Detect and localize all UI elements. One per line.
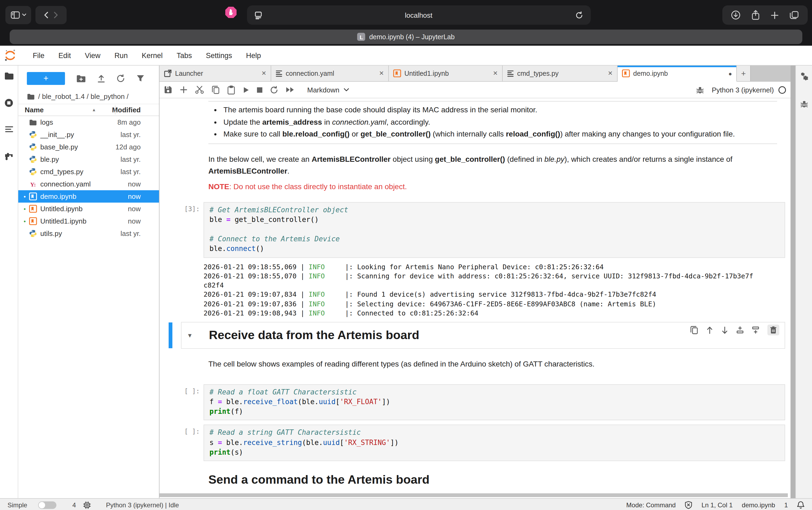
code-editor[interactable]: # Get ArtemisBLEController objectble = g… <box>204 202 785 258</box>
extensions-tab-icon[interactable] <box>4 151 13 160</box>
menu-item-edit[interactable]: Edit <box>52 51 78 59</box>
file-row-demo-ipynb[interactable]: ●demo.ipynbnow <box>18 190 159 203</box>
filter-icon[interactable] <box>137 75 145 82</box>
horizontal-scrollbar[interactable] <box>159 493 788 497</box>
file-row-cmd-types-py[interactable]: cmd_types.pylast yr. <box>18 166 159 178</box>
browser-sidebar-button[interactable] <box>5 6 31 24</box>
restart-kernel-icon[interactable] <box>270 86 278 94</box>
share-icon[interactable] <box>751 10 760 21</box>
code-cell[interactable]: [ ]: # Read a string GATT Charactersisti… <box>159 425 790 461</box>
insert-cell-above-icon[interactable] <box>736 327 744 334</box>
paste-cells-icon[interactable] <box>227 85 235 94</box>
file-row-untitled-ipynb[interactable]: ●Untitled.ipynbnow <box>18 203 159 215</box>
forward-icon[interactable] <box>54 11 58 18</box>
file-row-utils-py[interactable]: utils.pylast yr. <box>18 227 159 240</box>
close-tab-icon[interactable]: ✕ <box>603 70 613 77</box>
trust-indicator-icon[interactable] <box>685 501 692 509</box>
doc-tab-connection-yaml[interactable]: connection.yaml✕ <box>271 65 389 81</box>
doc-tab-cmd-types-py[interactable]: cmd_types.py✕ <box>503 65 618 81</box>
markdown-heading-cell[interactable]: ▼ Receive data from the Artemis board <box>181 322 785 349</box>
stop-kernel-icon[interactable] <box>257 87 263 93</box>
kernel-status-text[interactable]: Python 3 (ipykernel) | Idle <box>106 501 179 509</box>
code-editor[interactable]: # Read a string GATT Charactersistics = … <box>204 425 785 461</box>
running-kernels-tab-icon[interactable] <box>4 98 13 108</box>
kernel-session-count[interactable]: 4 <box>72 501 76 509</box>
new-tab-icon[interactable] <box>771 11 779 19</box>
kernel-switcher[interactable]: Python 3 (ipykernel) <box>712 86 786 94</box>
table-of-contents-tab-icon[interactable] <box>5 126 13 133</box>
sort-ascending-icon[interactable]: ▲ <box>92 108 96 112</box>
menu-item-run[interactable]: Run <box>108 51 135 59</box>
doc-tab-untitled1-ipynb[interactable]: Untitled1.ipynb✕ <box>389 65 503 81</box>
simple-mode-toggle[interactable] <box>38 501 56 509</box>
file-row-base-ble-py[interactable]: base_ble.py12d ago <box>18 141 159 153</box>
notebook-file-icon <box>28 205 38 213</box>
collapse-heading-icon[interactable]: ▼ <box>187 332 196 339</box>
code-editor[interactable]: # Read a float GATT Charactersisticf = b… <box>204 384 785 421</box>
menu-item-settings[interactable]: Settings <box>199 51 239 59</box>
insert-cell-below-icon[interactable] <box>752 327 759 334</box>
address-bar[interactable]: localhost <box>247 5 591 25</box>
new-doc-tab-button[interactable]: + <box>737 65 750 81</box>
kernel-sessions-icon[interactable] <box>84 501 91 509</box>
cell-type-dropdown[interactable]: Markdown <box>307 86 349 94</box>
code-cell[interactable]: [ ]: # Read a float GATT Charactersistic… <box>159 384 790 421</box>
run-cell-icon[interactable] <box>243 86 249 93</box>
column-modified[interactable]: Modified <box>112 106 159 114</box>
new-launcher-button[interactable]: + <box>27 72 65 85</box>
unsaved-dot-icon[interactable]: ● <box>715 70 732 77</box>
main-dock-panel: Launcher✕connection.yaml✕Untitled1.ipynb… <box>159 65 790 498</box>
menu-item-help[interactable]: Help <box>239 51 268 59</box>
cursor-position[interactable]: Ln 1, Col 1 <box>701 501 732 509</box>
notification-count[interactable]: 1 <box>784 501 788 509</box>
menu-item-file[interactable]: File <box>26 51 52 59</box>
simple-mode-label: Simple <box>7 501 27 509</box>
page-settings-icon[interactable] <box>254 11 262 19</box>
browser-tab[interactable]: L demo.ipynb (4) – JupyterLab <box>10 30 802 44</box>
debugger-icon[interactable] <box>696 86 704 94</box>
content-blocker-icon[interactable] <box>224 6 237 19</box>
menu-item-kernel[interactable]: Kernel <box>135 51 170 59</box>
command-mode-indicator[interactable]: Mode: Command <box>626 501 675 509</box>
notifications-bell-icon[interactable] <box>797 501 805 509</box>
file-row-ble-py[interactable]: ble.pylast yr. <box>18 153 159 166</box>
tab-overview-icon[interactable] <box>789 11 799 19</box>
close-tab-icon[interactable]: ✕ <box>374 70 384 77</box>
property-inspector-tab-icon[interactable] <box>799 72 809 82</box>
upload-icon[interactable] <box>97 74 105 83</box>
doc-tab-demo-ipynb[interactable]: demo.ipynb● <box>618 65 737 82</box>
back-icon[interactable] <box>44 11 48 18</box>
code-cell[interactable]: [3]: # Get ArtemisBLEController objectbl… <box>159 202 790 258</box>
copy-cells-icon[interactable] <box>212 85 220 94</box>
section-heading: Receive data from the Artemis board <box>209 329 419 343</box>
file-browser-tab-icon[interactable] <box>4 72 14 80</box>
move-cell-down-icon[interactable] <box>721 326 728 334</box>
close-tab-icon[interactable]: ✕ <box>488 70 498 77</box>
column-name[interactable]: Name <box>25 106 92 114</box>
delete-cell-icon[interactable] <box>768 325 779 336</box>
move-cell-up-icon[interactable] <box>706 326 713 334</box>
debugger-tab-icon[interactable] <box>800 100 808 108</box>
file-row-logs[interactable]: logs8m ago <box>18 116 159 129</box>
cut-cells-icon[interactable] <box>195 85 204 94</box>
duplicate-cell-icon[interactable] <box>690 326 698 335</box>
menu-item-tabs[interactable]: Tabs <box>170 51 199 59</box>
notebook-content[interactable]: The artemis board running the base code … <box>159 98 790 498</box>
file-row--init-py[interactable]: __init__.pylast yr. <box>18 129 159 141</box>
restart-run-all-icon[interactable] <box>286 87 294 93</box>
downloads-icon[interactable] <box>731 10 741 20</box>
breadcrumb[interactable]: / ble_robot_1.4 / ble_python / <box>18 88 159 104</box>
home-folder-icon[interactable] <box>27 93 35 100</box>
save-icon[interactable] <box>164 85 172 94</box>
close-tab-icon[interactable]: ✕ <box>256 70 266 77</box>
menu-item-view[interactable]: View <box>78 51 108 59</box>
refresh-icon[interactable] <box>117 74 125 83</box>
reload-icon[interactable] <box>575 11 583 19</box>
doc-tab-launcher[interactable]: Launcher✕ <box>159 65 271 81</box>
jupyterlab-window: localhost L demo.ipynb (4) – JupyterLab … <box>0 0 812 510</box>
file-row-untitled1-ipynb[interactable]: ●Untitled1.ipynbnow <box>18 215 159 227</box>
vertical-scrollbar[interactable] <box>790 65 795 498</box>
new-folder-icon[interactable] <box>76 75 86 83</box>
add-cell-icon[interactable] <box>180 86 187 93</box>
file-row-connection-yaml[interactable]: Y:connection.yamlnow <box>18 178 159 190</box>
